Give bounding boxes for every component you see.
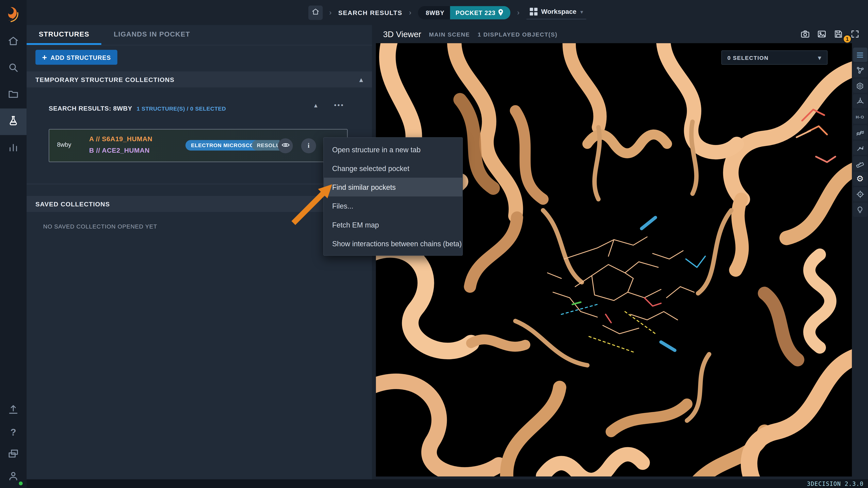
workspace-label: Workspace bbox=[541, 8, 577, 15]
experiment-flask-icon bbox=[8, 115, 19, 128]
atom-style-icon[interactable] bbox=[853, 94, 867, 108]
chevron-up-icon[interactable]: ▴ bbox=[314, 101, 317, 109]
bar-chart-icon bbox=[8, 141, 19, 155]
selection-count-badge: 1 bbox=[842, 34, 852, 44]
structures-panel: STRUCTURES LIGANDS IN POCKET + ADD STRUC… bbox=[27, 25, 372, 479]
breadcrumb: › SEARCH RESULTS › 8WBY POCKET 223 › Wor… bbox=[27, 0, 868, 25]
surface-icon[interactable] bbox=[853, 125, 867, 139]
plus-icon: + bbox=[42, 53, 47, 61]
user-icon bbox=[8, 470, 19, 484]
location-pin-icon bbox=[498, 9, 504, 16]
structure-context-menu: Open structure in a new tab Change selec… bbox=[323, 137, 463, 256]
menu-item-fetch-em-map[interactable]: Fetch EM map bbox=[324, 215, 462, 234]
selection-label: 0 SELECTION bbox=[727, 55, 769, 61]
chain-a-label: A // S6A19_HUMAN bbox=[89, 135, 153, 143]
user-menu-button[interactable] bbox=[0, 466, 27, 488]
chain-b-label: B // ACE2_HUMAN bbox=[89, 147, 150, 155]
molecule-icon[interactable] bbox=[853, 63, 867, 77]
structure-row[interactable]: 8wby A // S6A19_HUMAN B // ACE2_HUMAN EL… bbox=[49, 129, 348, 162]
more-options-icon[interactable]: ••• bbox=[334, 101, 344, 109]
measure-icon[interactable] bbox=[853, 156, 867, 170]
app-window: ? › SEARCH RESULTS › 8WBY POCKET 223 › W… bbox=[0, 0, 868, 488]
menu-item-open-structure[interactable]: Open structure in a new tab bbox=[324, 140, 462, 159]
folder-icon bbox=[8, 89, 19, 102]
temporary-collections-header[interactable]: TEMPORARY STRUCTURE COLLECTIONS ▴ bbox=[27, 71, 372, 87]
tab-structures[interactable]: STRUCTURES bbox=[27, 25, 101, 45]
version-label: 3DECISION 2.3.0 bbox=[807, 480, 864, 487]
protein-render bbox=[376, 43, 852, 477]
viewer-toolbar: H-O ⚙ bbox=[852, 43, 868, 477]
selection-dropdown[interactable]: 0 SELECTION ▾ bbox=[721, 51, 828, 65]
online-status-dot bbox=[18, 481, 23, 486]
chevron-right-icon: › bbox=[409, 8, 411, 17]
home-icon bbox=[8, 35, 19, 48]
status-bar: 3DECISION 2.3.0 bbox=[27, 479, 868, 488]
collection-meta: 1 STRUCTURE(S) / 0 SELECTED bbox=[137, 105, 226, 111]
displayed-objects-label[interactable]: 1 DISPLAYED OBJECT(S) bbox=[478, 31, 557, 37]
home-nav-button[interactable] bbox=[0, 29, 27, 56]
add-structures-button[interactable]: + ADD STRUCTURES bbox=[35, 50, 118, 65]
hydrogen-icon[interactable]: H-O bbox=[853, 109, 867, 124]
breadcrumb-home-button[interactable] bbox=[308, 5, 322, 20]
temporary-collections-title: TEMPORARY STRUCTURE COLLECTIONS bbox=[35, 76, 175, 83]
search-icon bbox=[8, 62, 19, 75]
chevron-up-icon[interactable]: ▴ bbox=[360, 76, 363, 83]
analytics-nav-button[interactable] bbox=[0, 135, 27, 162]
panel-divider bbox=[27, 184, 372, 184]
info-icon: i bbox=[308, 141, 310, 150]
saved-collections-title: SAVED COLLECTIONS bbox=[35, 201, 110, 207]
snapshot-icon[interactable] bbox=[800, 28, 810, 39]
collection-row: SEARCH RESULTS: 8WBY 1 STRUCTURE(S) / 0 … bbox=[49, 101, 372, 116]
menu-item-files[interactable]: Files... bbox=[324, 196, 462, 215]
app-logo bbox=[0, 0, 27, 29]
chevron-right-icon: › bbox=[329, 8, 332, 17]
settings-gear-icon[interactable]: ⚙ bbox=[853, 172, 867, 186]
menu-icon[interactable] bbox=[853, 47, 867, 62]
eye-icon bbox=[281, 141, 290, 151]
upload-button[interactable] bbox=[0, 399, 27, 422]
scene-label[interactable]: MAIN SCENE bbox=[429, 31, 470, 37]
workspace-dropdown[interactable]: Workspace ▾ bbox=[526, 5, 587, 19]
add-structures-label: ADD STRUCTURES bbox=[51, 54, 111, 61]
experiments-nav-button[interactable] bbox=[0, 108, 27, 135]
viewer-title: 3D Viewer bbox=[383, 29, 421, 39]
collection-title: SEARCH RESULTS: 8WBY bbox=[49, 105, 132, 112]
chevron-down-icon: ▾ bbox=[818, 54, 822, 61]
workspace-grid-icon bbox=[529, 8, 537, 15]
saved-collections-header[interactable]: SAVED COLLECTIONS bbox=[27, 196, 372, 212]
chevron-right-icon: › bbox=[517, 8, 520, 17]
panel-tabs: STRUCTURES LIGANDS IN POCKET bbox=[27, 25, 372, 45]
pocket-chip: POCKET 223 bbox=[450, 6, 510, 19]
menu-item-find-similar-pockets[interactable]: Find similar pockets bbox=[324, 178, 462, 196]
viewer-header: 3D Viewer MAIN SCENE 1 DISPLAYED OBJECT(… bbox=[372, 25, 868, 43]
save-icon[interactable] bbox=[833, 28, 844, 39]
home-icon bbox=[312, 7, 319, 18]
structure-id-label: 8WBY bbox=[418, 6, 450, 19]
structure-id: 8wby bbox=[57, 141, 71, 148]
breadcrumb-search-results[interactable]: SEARCH RESULTS bbox=[338, 9, 402, 16]
chevron-down-icon: ▾ bbox=[580, 8, 583, 14]
saved-collections-empty-text: NO SAVED COLLECTION OPENED YET bbox=[43, 223, 157, 230]
help-icon: ? bbox=[10, 427, 16, 438]
visibility-toggle-button[interactable] bbox=[278, 138, 293, 154]
image-icon[interactable] bbox=[816, 28, 827, 39]
ring-icon[interactable] bbox=[853, 78, 867, 93]
focus-target-icon[interactable] bbox=[853, 187, 867, 201]
search-nav-button[interactable] bbox=[0, 55, 27, 82]
collections-nav-button[interactable] bbox=[0, 82, 27, 109]
tab-ligands-in-pocket[interactable]: LIGANDS IN POCKET bbox=[101, 25, 202, 45]
resolution-badge: RESOLUT bbox=[252, 140, 280, 151]
pocket-label: POCKET 223 bbox=[456, 9, 495, 16]
lightbulb-icon[interactable] bbox=[853, 203, 867, 217]
stick-icon[interactable] bbox=[853, 141, 867, 155]
breadcrumb-structure-pocket[interactable]: 8WBY POCKET 223 bbox=[418, 6, 510, 19]
upload-icon bbox=[8, 404, 19, 417]
sessions-button[interactable] bbox=[0, 444, 27, 466]
menu-item-change-pocket[interactable]: Change selected pocket bbox=[324, 159, 462, 177]
viewport-3d-canvas[interactable]: 0 SELECTION ▾ bbox=[376, 43, 852, 477]
info-button[interactable]: i bbox=[301, 138, 316, 154]
menu-item-show-interactions[interactable]: Show interactions between chains (beta) bbox=[324, 234, 462, 253]
help-button[interactable]: ? bbox=[0, 422, 27, 444]
windows-icon bbox=[8, 448, 19, 461]
left-icon-rail: ? bbox=[0, 0, 27, 488]
